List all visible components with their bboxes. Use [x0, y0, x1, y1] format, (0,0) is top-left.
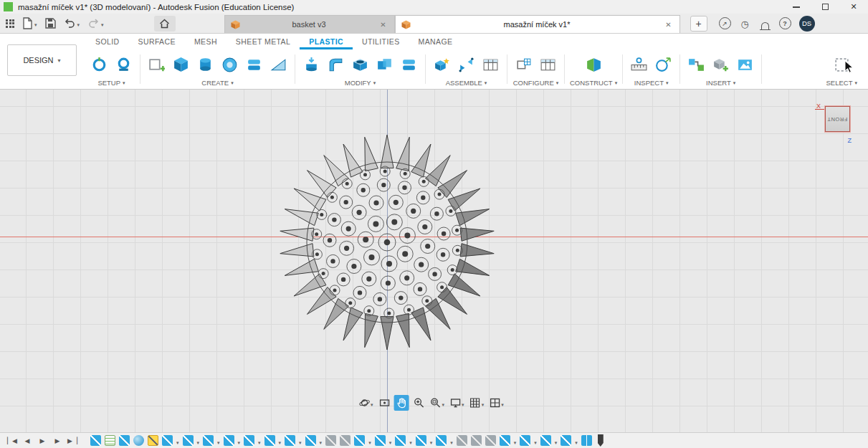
undo-button[interactable]	[61, 15, 83, 32]
insert-canvas-button[interactable]	[734, 53, 756, 77]
timeline-feature-caret[interactable]	[514, 434, 517, 447]
analysis-button[interactable]	[652, 53, 674, 77]
timeline-feature-1-sketch[interactable]	[90, 435, 101, 446]
timeline-feature-26-sketch[interactable]	[540, 435, 551, 446]
redo-button[interactable]	[85, 15, 107, 32]
measure-button[interactable]	[628, 53, 650, 77]
minimize-button[interactable]	[782, 0, 811, 14]
timeline-feature-11-sketch[interactable]	[264, 435, 275, 446]
timeline-feature-caret[interactable]	[279, 434, 282, 447]
timeline-feature-12-sketch[interactable]	[285, 435, 295, 446]
timeline-feature-4-sphere[interactable]	[133, 435, 144, 446]
avatar[interactable]: DS	[799, 16, 815, 32]
timeline-feature-caret[interactable]	[368, 434, 371, 447]
timeline-feature-caret[interactable]	[409, 434, 412, 447]
timeline-go-to-end-button[interactable]	[66, 434, 79, 447]
extrude-button[interactable]	[170, 53, 192, 77]
construct-plane-button[interactable]	[583, 53, 605, 77]
viewcube[interactable]: FRONT	[825, 106, 850, 132]
timeline-feature-28-mirror[interactable]	[581, 435, 592, 446]
timeline-feature-24-sketch[interactable]	[500, 435, 510, 446]
tab-utilities[interactable]: UTILITIES	[353, 34, 409, 49]
configuration-button[interactable]	[512, 53, 535, 77]
viewport-canvas[interactable]: X FRONT Z	[0, 90, 868, 432]
timeline-play-button[interactable]	[36, 434, 49, 447]
insert-derive-button[interactable]	[685, 53, 707, 77]
timeline-feature-18-sketch[interactable]	[395, 435, 406, 446]
timeline-feature-caret[interactable]	[238, 434, 241, 447]
display-settings-button[interactable]	[448, 395, 466, 411]
timeline-feature-20-sketch[interactable]	[436, 435, 447, 446]
loft-button[interactable]	[243, 53, 265, 77]
timeline-feature-27-sketch[interactable]	[561, 435, 571, 446]
look-at-button[interactable]	[377, 395, 392, 411]
save-button[interactable]	[42, 15, 59, 32]
create-sketch-button[interactable]	[146, 53, 168, 77]
timeline-feature-caret[interactable]	[299, 434, 302, 447]
help-icon[interactable]	[779, 17, 791, 29]
timeline-feature-19-sketch[interactable]	[416, 435, 426, 446]
timeline-feature-22-gray[interactable]	[471, 435, 482, 446]
insert-group-dropdown[interactable]: INSERT	[706, 79, 735, 87]
configure-group-dropdown[interactable]: CONFIGURE	[513, 79, 559, 87]
config-table-button[interactable]	[537, 53, 559, 77]
rigid-group-button[interactable]	[480, 53, 502, 77]
document-tab-masazni-micek[interactable]: masažní míček v1*	[395, 15, 680, 33]
grid-settings-button[interactable]	[468, 395, 486, 411]
joint-button[interactable]	[455, 53, 477, 77]
insert-mesh-button[interactable]	[710, 53, 732, 77]
inspect-group-dropdown[interactable]: INSPECT	[634, 79, 669, 87]
job-status-icon[interactable]	[739, 17, 751, 29]
timeline-feature-caret[interactable]	[217, 434, 220, 447]
timeline-feature-9-sketch[interactable]	[224, 435, 234, 446]
revolve-button[interactable]	[219, 53, 241, 77]
assemble-group-dropdown[interactable]: ASSEMBLE	[446, 79, 487, 87]
timeline-feature-caret[interactable]	[389, 434, 392, 447]
viewports-button[interactable]	[487, 395, 505, 411]
timeline-feature-17-sketch[interactable]	[375, 435, 386, 446]
timeline-step-forward-button[interactable]	[51, 434, 64, 447]
tab-close-icon[interactable]	[378, 21, 388, 29]
create-group-dropdown[interactable]: CREATE	[201, 79, 233, 87]
massage-ball[interactable]	[276, 131, 498, 353]
file-menu-button[interactable]	[19, 15, 40, 32]
timeline-feature-caret[interactable]	[176, 434, 179, 447]
timeline-feature-6-sketch[interactable]	[162, 435, 173, 446]
timeline-feature-caret[interactable]	[320, 434, 323, 447]
new-component-button[interactable]	[431, 53, 453, 77]
timeline-feature-14-gray[interactable]	[325, 435, 336, 446]
shell-button[interactable]	[349, 53, 371, 77]
timeline-feature-3-sketch[interactable]	[119, 435, 130, 446]
select-group-dropdown[interactable]: SELECT	[826, 79, 857, 87]
timeline-feature-15-gray[interactable]	[340, 435, 350, 446]
setup-group-dropdown[interactable]: SETUP	[97, 79, 125, 87]
workspace-selector[interactable]: DESIGN	[7, 44, 77, 76]
tab-plastic[interactable]: PLASTIC	[300, 34, 353, 49]
home-button[interactable]	[154, 16, 176, 32]
close-button[interactable]	[839, 0, 868, 14]
new-tab-button[interactable]	[690, 16, 707, 32]
document-tab-basket[interactable]: basket v3	[224, 15, 395, 33]
timeline-feature-16-sketch[interactable]	[354, 435, 365, 446]
tab-mesh[interactable]: MESH	[185, 34, 226, 49]
timeline-position-marker[interactable]	[598, 434, 604, 447]
construct-group-dropdown[interactable]: CONSTRUCT	[570, 79, 617, 87]
zoom-window-button[interactable]	[429, 395, 447, 411]
cylinder-button[interactable]	[194, 53, 216, 77]
timeline-feature-7-sketch[interactable]	[183, 435, 194, 446]
timeline-feature-8-sketch[interactable]	[203, 435, 214, 446]
timeline-feature-caret[interactable]	[197, 434, 200, 447]
timeline-go-to-start-button[interactable]	[6, 434, 19, 447]
timeline-feature-23-gray[interactable]	[485, 435, 496, 446]
timeline-feature-caret[interactable]	[258, 434, 261, 447]
timeline-feature-21-gray[interactable]	[457, 435, 467, 446]
timeline-feature-caret[interactable]	[534, 434, 537, 447]
timeline-step-back-button[interactable]	[21, 434, 34, 447]
timeline-feature-13-sketch[interactable]	[305, 435, 316, 446]
press-pull-button[interactable]	[300, 53, 323, 77]
extensions-icon[interactable]	[719, 17, 731, 29]
timeline-feature-caret[interactable]	[555, 434, 558, 447]
timeline-feature-caret[interactable]	[575, 434, 578, 447]
fillet-button[interactable]	[325, 53, 347, 77]
timeline-feature-10-sketch[interactable]	[244, 435, 254, 446]
